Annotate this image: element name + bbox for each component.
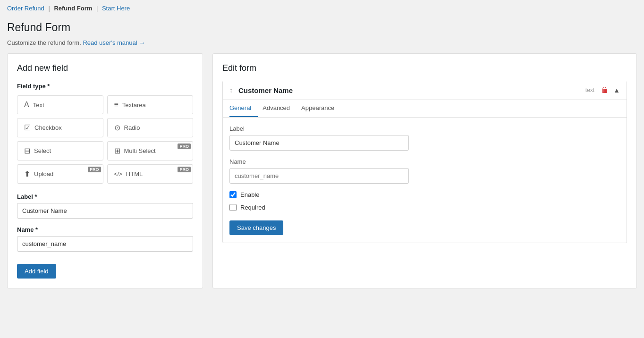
breadcrumb: Order Refund | Refund Form | Start Here xyxy=(0,0,644,17)
breadcrumb-start-here[interactable]: Start Here xyxy=(102,5,130,12)
field-type-section: Field type * A Text ≡ Textarea ☑ Checkbo… xyxy=(17,83,193,184)
field-type-html[interactable]: </> HTML PRO xyxy=(107,164,194,184)
enable-checkbox-row: Enable xyxy=(229,191,620,198)
edit-name-group: Name xyxy=(229,158,620,184)
upload-pro-badge: PRO xyxy=(88,167,101,172)
add-new-field-title: Add new field xyxy=(17,63,193,73)
required-checkbox-row: Required xyxy=(229,204,620,211)
field-type-upload[interactable]: ⬆ Upload PRO xyxy=(17,164,103,184)
field-type-multi-select[interactable]: ⊞ Multi Select PRO xyxy=(107,141,194,161)
page-header: Refund Form xyxy=(0,17,644,39)
form-row: ↕ Customer Name text 🗑 ▲ General Advance… xyxy=(222,81,627,243)
checkbox-icon: ☑ xyxy=(24,123,31,132)
page-description: Customize the refund form. Read user's m… xyxy=(0,39,644,53)
radio-icon: ⊙ xyxy=(114,123,120,132)
tabs: General Advanced Appearance xyxy=(223,100,627,118)
left-panel: Add new field Field type * A Text ≡ Text… xyxy=(7,53,203,288)
description-text: Customize the refund form. xyxy=(7,39,81,46)
required-label[interactable]: Required xyxy=(240,204,265,211)
multi-select-pro-badge: PRO xyxy=(178,144,191,149)
multi-select-icon: ⊞ xyxy=(114,146,120,155)
save-changes-button[interactable]: Save changes xyxy=(229,220,283,235)
drag-icon[interactable]: ↕ xyxy=(229,86,233,94)
required-checkbox[interactable] xyxy=(229,204,237,211)
label-section: Label * xyxy=(17,193,193,219)
page-title: Refund Form xyxy=(7,21,637,34)
form-row-type: text xyxy=(585,87,594,93)
label-field-label: Label * xyxy=(17,193,193,200)
tab-appearance[interactable]: Appearance xyxy=(301,100,341,117)
edit-label-group: Label xyxy=(229,125,620,151)
edit-form-title: Edit form xyxy=(222,63,627,73)
tab-general[interactable]: General xyxy=(229,100,258,117)
breadcrumb-sep-1: | xyxy=(48,5,50,12)
manual-link[interactable]: Read user's manual → xyxy=(83,39,145,46)
enable-checkbox[interactable] xyxy=(229,191,237,198)
upload-label: Upload xyxy=(34,170,53,177)
form-row-header: ↕ Customer Name text 🗑 ▲ xyxy=(223,81,627,100)
delete-icon[interactable]: 🗑 xyxy=(601,86,609,94)
edit-body: Label Name Enable Required xyxy=(223,118,627,243)
upload-icon: ⬆ xyxy=(24,169,30,178)
html-label: HTML xyxy=(126,170,143,177)
radio-label: Radio xyxy=(124,124,140,131)
field-type-label: Field type * xyxy=(17,83,193,90)
edit-name-input[interactable] xyxy=(229,168,409,184)
html-icon: </> xyxy=(114,171,122,177)
name-section: Name * xyxy=(17,226,193,252)
edit-label-input[interactable] xyxy=(229,135,409,151)
text-label: Text xyxy=(33,101,44,109)
checkbox-label: Checkbox xyxy=(34,124,62,131)
main-layout: Add new field Field type * A Text ≡ Text… xyxy=(0,53,644,296)
form-row-name: Customer Name xyxy=(238,86,585,94)
name-field-label: Name * xyxy=(17,226,193,233)
textarea-label: Textarea xyxy=(122,101,146,109)
breadcrumb-sep-2: | xyxy=(96,5,98,12)
text-icon: A xyxy=(24,101,29,109)
edit-label-label: Label xyxy=(229,125,620,132)
select-icon: ⊟ xyxy=(24,146,30,155)
name-input[interactable] xyxy=(17,236,193,252)
field-type-text[interactable]: A Text xyxy=(17,95,103,114)
multi-select-label: Multi Select xyxy=(124,147,156,154)
field-type-checkbox[interactable]: ☑ Checkbox xyxy=(17,118,103,137)
select-label: Select xyxy=(34,147,51,154)
label-input[interactable] xyxy=(17,203,193,219)
html-pro-badge: PRO xyxy=(178,167,191,172)
edit-name-label: Name xyxy=(229,158,620,165)
tab-advanced[interactable]: Advanced xyxy=(263,100,297,117)
enable-label[interactable]: Enable xyxy=(240,191,259,198)
breadcrumb-refund-form: Refund Form xyxy=(54,5,92,12)
field-type-select[interactable]: ⊟ Select xyxy=(17,141,103,161)
collapse-icon[interactable]: ▲ xyxy=(613,86,620,94)
right-panel: Edit form ↕ Customer Name text 🗑 ▲ Gener… xyxy=(212,53,637,288)
field-type-grid: A Text ≡ Textarea ☑ Checkbox ⊙ Radio ⊟ xyxy=(17,95,193,184)
add-field-button[interactable]: Add field xyxy=(17,264,56,279)
field-type-radio[interactable]: ⊙ Radio xyxy=(107,118,194,137)
field-type-textarea[interactable]: ≡ Textarea xyxy=(107,95,194,114)
breadcrumb-order-refund[interactable]: Order Refund xyxy=(7,5,44,12)
textarea-icon: ≡ xyxy=(114,101,119,109)
